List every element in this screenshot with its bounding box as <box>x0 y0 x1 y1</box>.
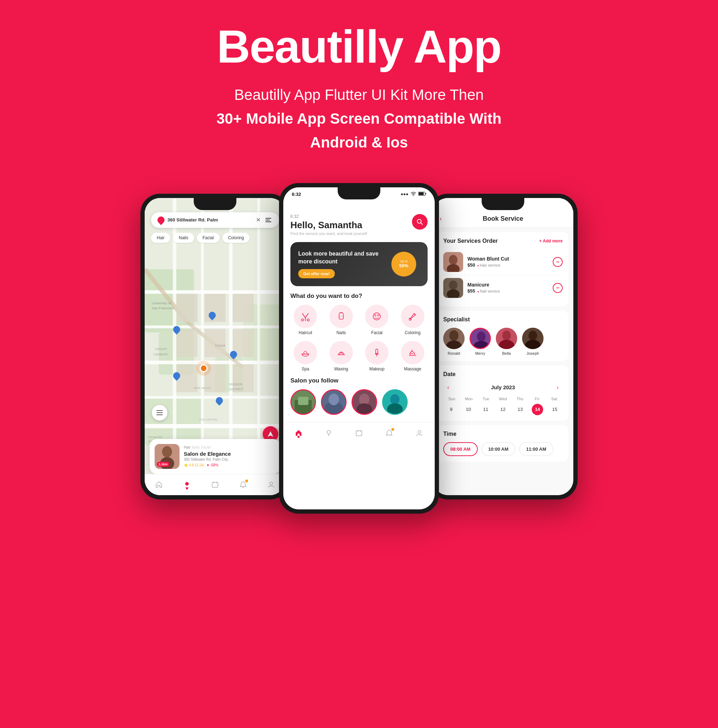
specialist-name-ronald: Ronald <box>448 351 460 355</box>
svg-point-74 <box>390 394 400 405</box>
service-makeup[interactable]: Makeup <box>362 341 392 372</box>
nav-notification-center[interactable] <box>384 428 394 438</box>
add-more-button[interactable]: + Add more <box>539 239 563 243</box>
service-facial[interactable]: Facial <box>362 304 392 335</box>
app-title: Beautilly App <box>71 21 647 72</box>
specialist-bella[interactable]: Bella <box>496 328 517 355</box>
close-icon[interactable]: ✕ <box>256 217 261 223</box>
service-waxing[interactable]: Waxing <box>326 341 356 372</box>
makeup-label: Makeup <box>369 367 385 372</box>
follow-section-title: Salon you follow <box>290 377 428 384</box>
nav-home-center[interactable] <box>293 428 304 438</box>
time-slot-10am[interactable]: 10:00 AM <box>481 442 516 456</box>
follow-salon-1[interactable] <box>290 389 316 415</box>
svg-text:MISSION: MISSION <box>229 382 243 386</box>
service-order-info-1: Woman Blunt Cut $50 Hair service <box>467 256 548 268</box>
svg-point-76 <box>327 430 331 434</box>
cal-day-13[interactable]: 13 <box>515 404 526 415</box>
svg-rect-10 <box>145 424 286 428</box>
service-1-type: Hair service <box>477 263 501 267</box>
service-spa[interactable]: Spa <box>290 341 321 372</box>
star-icon: ⭐ <box>184 463 188 467</box>
spa-icon <box>293 341 317 364</box>
cal-day-12[interactable]: 12 <box>497 404 509 415</box>
service-massage[interactable]: Massage <box>398 341 428 372</box>
tag-facial[interactable]: Facial <box>197 233 220 243</box>
nav-profile[interactable] <box>266 480 276 489</box>
service-1-price: $50 <box>467 262 475 268</box>
svg-text:University of: University of <box>152 301 171 305</box>
cal-day-10[interactable]: 10 <box>463 404 474 415</box>
specialist-avatar-joseph <box>522 328 544 349</box>
specialist-joseph[interactable]: Joseph <box>522 328 544 355</box>
nav-map[interactable] <box>182 480 192 489</box>
haircut-icon <box>293 304 317 328</box>
signal-icon: ●●● <box>400 191 408 197</box>
svg-point-85 <box>449 280 457 290</box>
map-pin-2 <box>209 312 216 319</box>
time-slot-8am[interactable]: 08:00 AM <box>443 442 478 456</box>
svg-rect-52 <box>419 192 424 195</box>
nav-profile-center[interactable] <box>414 428 425 438</box>
cal-day-9[interactable]: 9 <box>445 404 457 415</box>
specialist-merry[interactable]: Merry <box>469 328 491 355</box>
filter-icon[interactable] <box>264 217 273 223</box>
cal-day-14-selected[interactable]: 14 <box>532 404 543 415</box>
specialist-ronald[interactable]: Ronald <box>443 328 464 355</box>
tag-coloring[interactable]: Coloring <box>223 233 250 243</box>
services-grid: Haircut Nails <box>283 304 435 372</box>
cal-day-11[interactable]: 11 <box>480 404 491 415</box>
svg-point-58 <box>373 313 380 320</box>
svg-text:DISTRICT: DISTRICT <box>229 387 244 391</box>
follow-salon-4[interactable] <box>382 389 408 415</box>
service-haircut[interactable]: Haircut <box>290 304 321 335</box>
service-order-info-2: Manicure $55 Nail service <box>467 282 548 294</box>
nav-active-dot-center <box>298 436 299 438</box>
follow-salon-2[interactable] <box>321 389 347 415</box>
map-list-button[interactable] <box>152 405 167 421</box>
discount-badge: ♥ -58% <box>207 463 218 467</box>
nav-calendar[interactable] <box>210 480 220 489</box>
remove-service-1-button[interactable]: − <box>553 257 563 267</box>
massage-icon <box>401 341 425 364</box>
cal-day-15[interactable]: 15 <box>549 404 561 415</box>
search-button[interactable] <box>412 214 428 229</box>
svg-rect-7 <box>145 325 286 328</box>
nav-home[interactable] <box>154 480 164 489</box>
time-slot-11am[interactable]: 11:00 AM <box>519 442 553 456</box>
makeup-icon <box>365 341 388 364</box>
svg-rect-15 <box>176 294 197 322</box>
tag-nails[interactable]: Nails <box>173 233 194 243</box>
notification-badge-center <box>391 428 394 431</box>
back-button[interactable]: ‹ <box>440 215 442 223</box>
specialist-name-bella: Bella <box>502 351 511 355</box>
wifi-icon <box>411 191 416 197</box>
service-coloring[interactable]: Coloring <box>398 304 428 335</box>
time-title: Time <box>443 431 457 437</box>
specialists-list: Ronald Merry <box>443 328 563 355</box>
promo-banner[interactable]: Look more beautiful and save more discou… <box>290 242 428 286</box>
map-pin-5 <box>216 397 223 404</box>
nav-map-center[interactable] <box>324 428 334 438</box>
haircut-label: Haircut <box>299 330 312 335</box>
next-month-button[interactable]: › <box>553 382 563 392</box>
salon-meta: ⭐ 4.8 (3.1k) ♥ -58% <box>184 463 275 467</box>
salon-card[interactable]: 1.1km Hair Nails Facial <box>150 439 280 474</box>
follow-salon-3[interactable] <box>351 389 377 415</box>
distance-badge: 1.1km <box>157 462 170 467</box>
service-thumb-1 <box>443 252 463 272</box>
remove-service-2-button[interactable]: − <box>553 283 563 293</box>
service-1-name: Woman Blunt Cut <box>467 256 548 262</box>
specialist-name-merry: Merry <box>475 351 485 355</box>
map-top-bar: 360 Stillwater Rd. Palm ✕ Hair <box>145 212 286 244</box>
discount-badge: Up to 50% <box>391 252 416 277</box>
service-2-name: Manicure <box>467 282 548 288</box>
service-nails[interactable]: Nails <box>326 304 356 335</box>
banner-cta-button[interactable]: Get offer now! <box>298 269 335 278</box>
home-screen: 6:32 ●●● <box>283 187 435 509</box>
prev-month-button[interactable]: ‹ <box>443 382 453 392</box>
nav-notification[interactable] <box>238 480 248 489</box>
banner-content: Look more beautiful and save more discou… <box>298 250 391 279</box>
tag-hair[interactable]: Hair <box>151 233 170 243</box>
nav-calendar-center[interactable] <box>354 428 364 438</box>
